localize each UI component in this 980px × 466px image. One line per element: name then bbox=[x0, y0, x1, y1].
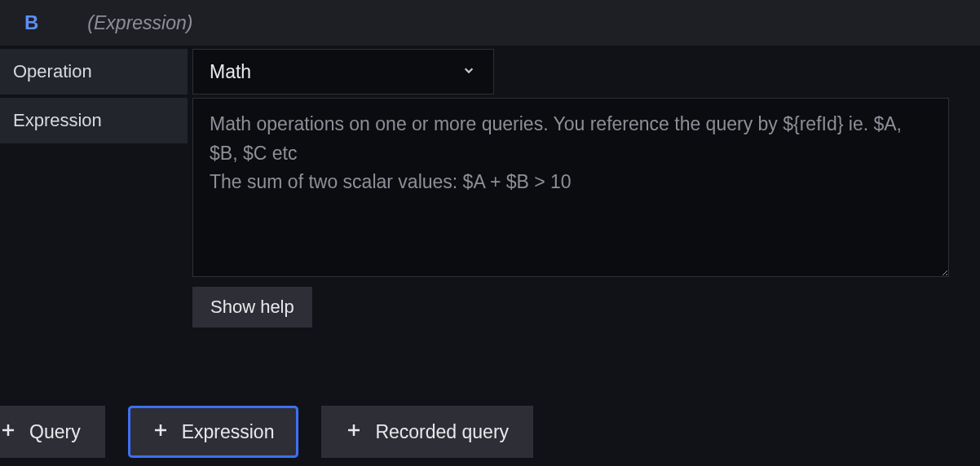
show-help-row: Show help bbox=[192, 287, 980, 328]
plus-icon bbox=[152, 421, 169, 443]
operation-select-value[interactable]: Math bbox=[192, 49, 494, 95]
bottom-action-bar: Query Expression Recorded query bbox=[0, 406, 533, 466]
add-expression-button[interactable]: Expression bbox=[128, 406, 299, 458]
add-query-label: Query bbox=[29, 421, 81, 443]
show-help-button[interactable]: Show help bbox=[192, 287, 312, 328]
plus-icon bbox=[346, 421, 362, 443]
expression-header: B (Expression) bbox=[0, 0, 980, 46]
expression-row: Expression bbox=[0, 98, 980, 277]
add-recorded-query-button[interactable]: Recorded query bbox=[321, 406, 533, 458]
add-query-button[interactable]: Query bbox=[0, 406, 105, 458]
plus-icon bbox=[0, 421, 16, 443]
operation-label: Operation bbox=[0, 49, 188, 95]
expression-textarea[interactable] bbox=[192, 98, 949, 277]
add-expression-label: Expression bbox=[182, 421, 275, 443]
operation-row: Operation Math bbox=[0, 49, 980, 95]
expression-form: Operation Math Expression Show help bbox=[0, 49, 980, 328]
ref-id-label[interactable]: B bbox=[24, 11, 38, 34]
operation-select[interactable]: Math bbox=[192, 49, 494, 95]
expression-type-tag: (Expression) bbox=[87, 12, 192, 34]
add-recorded-query-label: Recorded query bbox=[375, 421, 509, 443]
expression-label: Expression bbox=[0, 98, 188, 143]
